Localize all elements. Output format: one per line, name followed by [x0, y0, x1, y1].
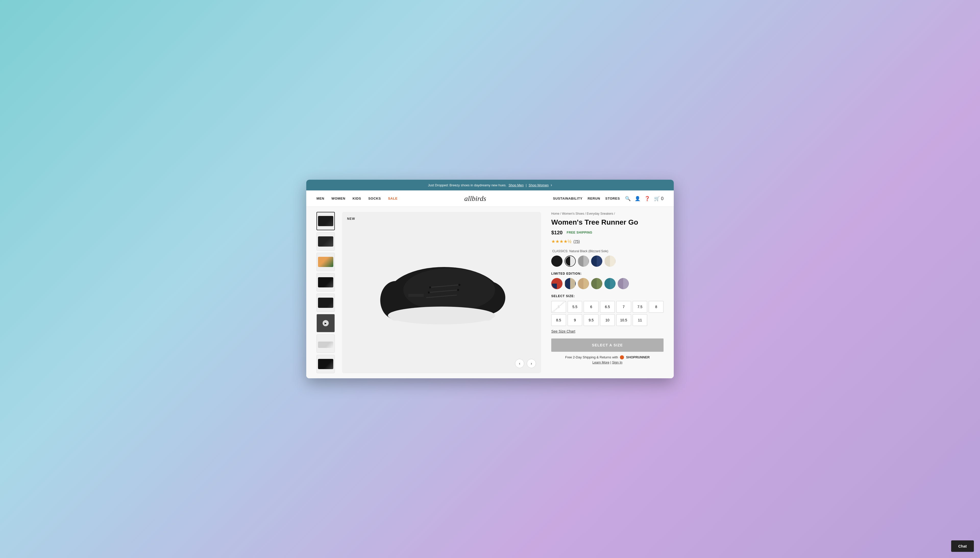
size-8-5[interactable]: 8.5 [551, 314, 566, 326]
swatch-cream[interactable] [604, 256, 616, 267]
swatch-medium-grey[interactable] [578, 256, 589, 267]
swatch-red-navy[interactable] [551, 278, 562, 289]
size-7[interactable]: 7 [616, 301, 631, 313]
svg-point-3 [403, 268, 495, 312]
size-5-5[interactable]: 5.5 [568, 301, 582, 313]
nav-icons: 🔍 👤 ❓ 🛒 0 [625, 196, 664, 202]
nav-sustainability[interactable]: SUSTAINABILITY [553, 197, 583, 200]
shoprunner-brand: SHOPRUNNER [626, 355, 649, 359]
shoprunner-text: Free 2-Day Shipping & Returns with SHOPR… [551, 355, 664, 359]
size-section: SELECT SIZE: 5 5.5 6 6.5 7 7.5 8 8.5 9 9… [551, 294, 664, 338]
thumbnail-4[interactable] [316, 273, 335, 292]
shoe-image [342, 212, 541, 373]
thumbnails: ▶ [316, 212, 337, 373]
nav-sale[interactable]: SALE [388, 197, 398, 200]
help-icon[interactable]: ❓ [644, 196, 650, 202]
shop-men-link[interactable]: Shop Men [509, 183, 524, 187]
rating-row: ★★★★½ (75) [551, 239, 664, 244]
size-9-5[interactable]: 9.5 [583, 314, 598, 326]
announcement-text: Just Dropped: Breezy shoes in daydreamy … [428, 183, 506, 187]
svg-rect-9 [408, 294, 424, 297]
product-info: Home / Women's Shoes / Everyday Sneakers… [546, 212, 664, 373]
size-7-5[interactable]: 7.5 [633, 301, 647, 313]
nav-kids[interactable]: KIDS [352, 197, 361, 200]
swatch-olive[interactable] [591, 278, 602, 289]
size-6[interactable]: 6 [583, 301, 598, 313]
browser-window: Just Dropped: Breezy shoes in daydreamy … [306, 180, 674, 378]
size-chart-link[interactable]: See Size Chart [551, 329, 575, 333]
image-navigation: ‹ › [515, 359, 536, 368]
shoprunner-section: Free 2-Day Shipping & Returns with SHOPR… [551, 355, 664, 364]
nav-right: SUSTAINABILITY RERUN STORES 🔍 👤 ❓ 🛒 0 [553, 196, 664, 202]
svg-point-10 [429, 286, 431, 289]
swatch-tan[interactable] [578, 278, 589, 289]
svg-point-13 [457, 289, 459, 291]
product-title: Women's Tree Runner Go [551, 218, 664, 226]
search-icon[interactable]: 🔍 [625, 196, 631, 202]
play-icon: ▶ [323, 320, 329, 326]
size-11[interactable]: 11 [633, 314, 647, 326]
review-count[interactable]: (75) [574, 240, 580, 243]
next-image-button[interactable]: › [527, 359, 536, 368]
classics-swatches [551, 256, 664, 267]
product-price: $120 [551, 230, 563, 236]
breadcrumb: Home / Women's Shoes / Everyday Sneakers… [551, 212, 664, 215]
swatch-navy[interactable] [591, 256, 602, 267]
shop-women-link[interactable]: Shop Women [529, 183, 549, 187]
header: MEN WOMEN KIDS SOCKS SALE allbirds SUSTA… [306, 190, 674, 207]
swatch-teal[interactable] [604, 278, 616, 289]
nav-socks[interactable]: SOCKS [368, 197, 381, 200]
svg-rect-5 [390, 313, 493, 321]
nav-women[interactable]: WOMEN [331, 197, 346, 200]
new-badge: NEW [347, 217, 355, 220]
size-10-5[interactable]: 10.5 [616, 314, 631, 326]
swatch-natural-black-blizzard[interactable] [565, 256, 576, 267]
thumbnail-5[interactable] [316, 294, 335, 312]
logo[interactable]: allbirds [464, 195, 486, 203]
thumbnail-video[interactable]: ▶ [316, 314, 335, 332]
limited-swatches [551, 278, 664, 289]
free-shipping-badge: FREE SHIPPING [567, 231, 592, 234]
shoprunner-description: Free 2-Day Shipping & Returns with [565, 355, 618, 359]
shoprunner-links: Learn More | Sign In [551, 360, 664, 364]
swatch-navy-cream[interactable] [565, 278, 576, 289]
prev-image-button[interactable]: ‹ [515, 359, 524, 368]
classics-label: CLASSICS:Natural Black (Blizzard Sole) [551, 249, 664, 253]
star-rating: ★★★★½ [551, 239, 572, 244]
announcement-bar: Just Dropped: Breezy shoes in daydreamy … [306, 180, 674, 190]
add-to-cart-button[interactable]: SELECT A SIZE [551, 338, 664, 352]
announcement-arrow-icon[interactable]: › [551, 183, 552, 187]
nav-left: MEN WOMEN KIDS SOCKS SALE [316, 197, 398, 200]
swatch-natural-black[interactable] [551, 256, 562, 267]
thumbnail-2[interactable] [316, 232, 335, 251]
thumbnail-3[interactable] [316, 253, 335, 271]
limited-edition-label: LIMITED EDITION: [551, 272, 664, 276]
nav-rerun[interactable]: RERUN [587, 197, 600, 200]
cart-icon[interactable]: 🛒 0 [654, 196, 664, 202]
main-image-container: NEW [342, 212, 541, 373]
thumbnail-8[interactable] [316, 355, 335, 373]
size-section-label: SELECT SIZE: [551, 294, 664, 298]
size-5[interactable]: 5 [551, 301, 566, 313]
size-9[interactable]: 9 [568, 314, 582, 326]
swatch-lavender[interactable] [618, 278, 629, 289]
thumbnail-7[interactable] [316, 335, 335, 353]
nav-men[interactable]: MEN [316, 197, 324, 200]
size-6-5[interactable]: 6.5 [600, 301, 615, 313]
classics-color-name: Natural Black (Blizzard Sole) [569, 249, 608, 253]
nav-stores[interactable]: STORES [605, 197, 620, 200]
main-content: ▶ NEW [306, 207, 674, 378]
learn-more-link[interactable]: Learn More [592, 360, 609, 364]
size-8[interactable]: 8 [649, 301, 664, 313]
thumbnail-1[interactable] [316, 212, 335, 230]
svg-point-12 [428, 292, 430, 294]
account-icon[interactable]: 👤 [635, 196, 640, 202]
shoe-svg [378, 254, 505, 331]
limited-edition-section: LIMITED EDITION: [551, 272, 664, 289]
size-grid: 5 5.5 6 6.5 7 7.5 8 8.5 9 9.5 10 10.5 11 [551, 301, 664, 326]
shoprunner-logo-icon [620, 355, 624, 359]
sign-in-link[interactable]: Sign In [612, 360, 622, 364]
classics-section: CLASSICS:Natural Black (Blizzard Sole) [551, 249, 664, 267]
svg-point-11 [458, 284, 461, 286]
size-10[interactable]: 10 [600, 314, 615, 326]
